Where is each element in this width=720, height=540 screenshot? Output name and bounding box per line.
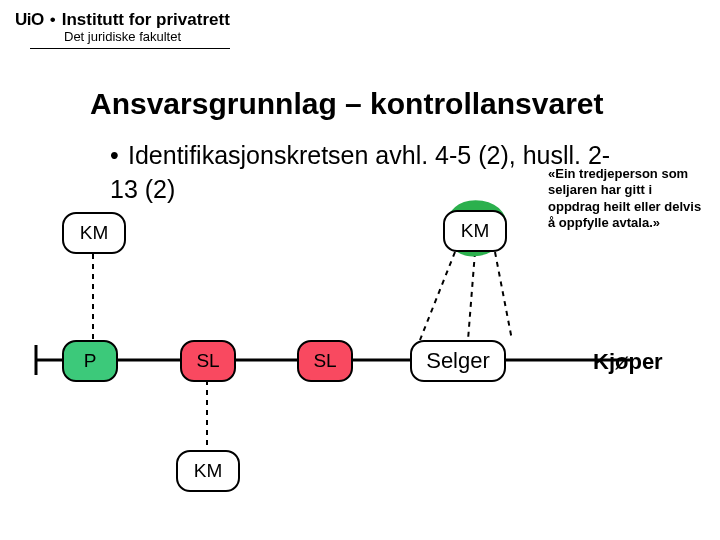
logo-separator: • — [50, 10, 56, 30]
diagram: KM KM P SL SL Selger Kjøper KM — [0, 0, 720, 540]
quote-text: «Ein tredjeperson som seljaren har gitt … — [548, 166, 703, 231]
node-kjoper: Kjøper — [593, 349, 663, 375]
node-km-top-left: KM — [62, 212, 126, 254]
node-sl-1: SL — [180, 340, 236, 382]
svg-line-3 — [420, 252, 455, 340]
header-divider — [30, 48, 230, 49]
svg-line-5 — [495, 252, 512, 340]
node-km-bottom: KM — [176, 450, 240, 492]
node-sl-2: SL — [297, 340, 353, 382]
svg-line-4 — [468, 252, 475, 340]
node-p: P — [62, 340, 118, 382]
bullet-text: Identifikasjonskretsen avhl. 4-5 (2), hu… — [110, 141, 610, 203]
node-km-top-right: KM — [443, 210, 507, 252]
slide-title: Ansvarsgrunnlag – kontrollansvaret — [90, 87, 720, 121]
diagram-lines — [0, 0, 720, 540]
header: UiO • Institutt for privatrett Det jurid… — [0, 0, 720, 49]
faculty-name: Det juridiske fakultet — [64, 29, 720, 44]
uio-logo-text: UiO — [15, 10, 44, 30]
node-selger: Selger — [410, 340, 506, 382]
bullet-dot-icon: • — [110, 139, 128, 173]
institute-name: Institutt for privatrett — [62, 10, 230, 30]
